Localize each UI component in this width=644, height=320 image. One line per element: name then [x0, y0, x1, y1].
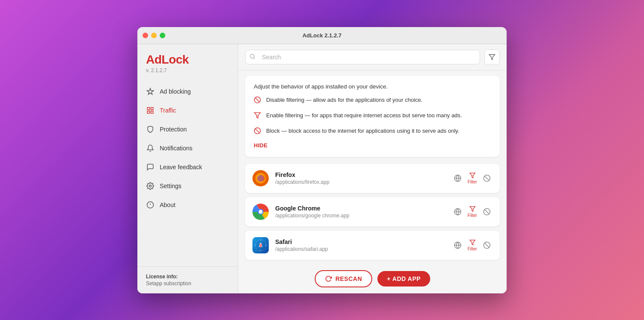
hide-link[interactable]: HIDE [254, 142, 267, 149]
main-window: AdLock 2.1.2.7 AdLock v. 2.1.2.7 Ad bloc… [137, 27, 507, 293]
info-text-disable: Disable filtering — allow ads for the ap… [266, 96, 422, 104]
firefox-filter-label: Filter [468, 180, 477, 184]
firefox-filter-icon[interactable]: Filter [466, 172, 478, 184]
minimize-button[interactable] [151, 33, 157, 38]
license-subscription: Setapp subscription [146, 280, 229, 286]
search-bar-row [238, 44, 507, 70]
notifications-icon [146, 144, 155, 152]
sidebar-label-traffic: Traffic [160, 107, 176, 114]
safari-path: /applications/safari.app [275, 246, 446, 252]
titlebar: AdLock 2.1.2.7 [137, 27, 507, 44]
svg-line-12 [255, 98, 259, 102]
chrome-filter-label: Filter [468, 213, 477, 218]
traffic-lights [143, 33, 165, 38]
maximize-button[interactable] [160, 33, 165, 38]
chrome-path: /applications/google chrome.app [275, 213, 446, 219]
firefox-icon [252, 170, 269, 187]
safari-block-icon[interactable] [481, 239, 493, 251]
sidebar-label-notifications: Notifications [160, 145, 192, 152]
chrome-block-icon[interactable] [481, 206, 493, 218]
firefox-globe-icon[interactable] [452, 172, 464, 184]
svg-point-8 [250, 54, 254, 58]
safari-filter-label: Filter [468, 247, 477, 251]
chrome-icon [252, 203, 269, 220]
enable-icon [254, 112, 261, 121]
search-icon [249, 53, 255, 61]
info-row-disable: Disable filtering — allow ads for the ap… [254, 96, 491, 105]
rescan-label: RESCAN [335, 275, 362, 282]
info-row-block: Block — block access to the internet for… [254, 127, 491, 136]
svg-line-23 [485, 176, 489, 180]
bottom-buttons: RESCAN + ADD APP [238, 266, 507, 293]
sidebar-item-traffic[interactable]: Traffic [137, 101, 238, 120]
main-content: AdLock v. 2.1.2.7 Ad blocking [137, 44, 507, 293]
about-icon [146, 201, 155, 209]
window-title: AdLock 2.1.2.7 [302, 32, 341, 39]
traffic-icon [146, 106, 155, 115]
license-label: License info: [146, 274, 229, 280]
add-app-button[interactable]: + ADD APP [377, 271, 430, 286]
sidebar-item-settings[interactable]: Settings [137, 177, 238, 195]
add-app-label: + ADD APP [387, 275, 421, 282]
sidebar-item-ad-blocking[interactable]: Ad blocking [137, 82, 238, 101]
sidebar-item-protection[interactable]: Protection [137, 120, 238, 139]
settings-icon [146, 182, 155, 190]
svg-line-31 [485, 209, 489, 214]
info-row-enable: Enable filtering — for apps that require… [254, 111, 491, 121]
search-input[interactable] [245, 50, 480, 64]
safari-info: Safari /applications/safari.app [275, 238, 446, 252]
info-card-description: Adjust the behavior of apps installed on… [254, 83, 491, 90]
svg-marker-21 [470, 173, 475, 177]
sidebar-item-leave-feedback[interactable]: Leave feedback [137, 158, 238, 177]
sidebar-label-about: About [160, 201, 176, 208]
firefox-block-icon[interactable] [481, 172, 493, 184]
sidebar-label-settings: Settings [160, 183, 182, 189]
block-icon [254, 127, 261, 136]
nav-items: Ad blocking Traffic [137, 82, 238, 266]
safari-filter-icon[interactable]: Filter [466, 239, 478, 251]
search-input-wrapper [245, 50, 480, 64]
svg-marker-10 [489, 55, 495, 60]
brand-section: AdLock v. 2.1.2.7 [137, 53, 238, 82]
firefox-actions: Filter [452, 172, 493, 184]
svg-rect-3 [147, 111, 149, 113]
chrome-actions: Filter [452, 206, 493, 218]
firefox-info: Firefox /applications/firefox.app [275, 171, 446, 185]
brand-name: AdLock [146, 53, 229, 67]
info-card: Adjust the behavior of apps installed on… [245, 76, 500, 157]
safari-icon [252, 237, 269, 254]
app-row-safari: Safari /applications/safari.app [245, 231, 500, 260]
sidebar-item-notifications[interactable]: Notifications [137, 139, 238, 158]
chrome-name: Google Chrome [275, 205, 446, 212]
safari-globe-icon[interactable] [452, 239, 464, 251]
sidebar: AdLock v. 2.1.2.7 Ad blocking [137, 44, 238, 293]
close-button[interactable] [143, 33, 148, 38]
sidebar-item-about[interactable]: About [137, 195, 238, 214]
svg-marker-29 [470, 206, 475, 211]
svg-marker-13 [254, 113, 260, 118]
brand-version: v. 2.1.2.7 [146, 67, 229, 73]
disable-icon [254, 96, 261, 105]
ad-blocking-icon [146, 87, 155, 96]
filter-button[interactable] [484, 49, 500, 65]
svg-rect-1 [151, 107, 153, 110]
app-row-chrome: Google Chrome /applications/google chrom… [245, 197, 500, 226]
firefox-name: Firefox [275, 171, 446, 178]
content-area: Adjust the behavior of apps installed on… [238, 44, 507, 293]
svg-rect-0 [147, 107, 149, 110]
svg-rect-2 [151, 111, 153, 113]
svg-line-44 [485, 243, 489, 247]
chrome-globe-icon[interactable] [452, 206, 464, 218]
rescan-button[interactable]: RESCAN [315, 270, 372, 287]
chrome-filter-icon[interactable]: Filter [466, 206, 478, 218]
leave-feedback-icon [146, 163, 155, 171]
safari-name: Safari [275, 238, 446, 245]
scrollable-content: Adjust the behavior of apps installed on… [238, 70, 507, 266]
svg-line-15 [255, 128, 259, 133]
safari-actions: Filter [452, 239, 493, 251]
sidebar-label-ad-blocking: Ad blocking [160, 88, 191, 95]
sidebar-label-leave-feedback: Leave feedback [160, 164, 202, 171]
info-text-enable: Enable filtering — for apps that require… [266, 111, 462, 120]
protection-icon [146, 125, 155, 134]
svg-marker-42 [470, 240, 475, 244]
